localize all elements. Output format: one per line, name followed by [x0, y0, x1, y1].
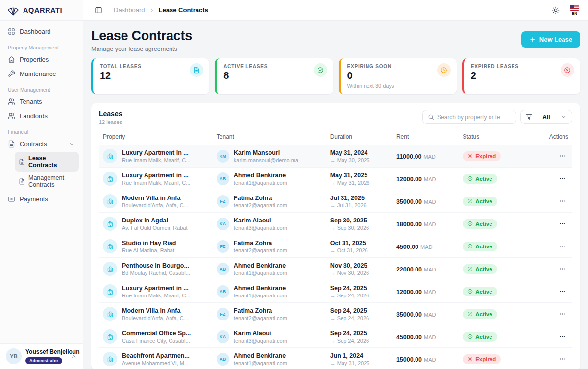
- us-flag-icon: [570, 5, 579, 11]
- check-circle-icon: [467, 244, 473, 249]
- status-label: Active: [475, 289, 492, 295]
- sidebar-subitem-label: Lease Contracts: [28, 155, 75, 169]
- ellipsis-icon: [559, 288, 566, 295]
- status-badge: Active: [463, 264, 497, 274]
- tenant-email: tenant3@aqarrati.com: [234, 225, 287, 231]
- column-header-status: Status: [459, 129, 535, 145]
- table-row[interactable]: Beachfront Apartmen...Avenue Mohammed VI…: [99, 348, 572, 369]
- table-row[interactable]: Duplex in AgdalAv. Fal Ould Oumeir, Raba…: [99, 213, 572, 235]
- property-text: Luxury Apartment in ...Rue Imam Malik, M…: [122, 172, 190, 186]
- lease-start-date: Jun 1, 2024: [330, 352, 389, 359]
- dashboard-icon: [8, 28, 15, 35]
- stat-card-expired-leases: EXPIRED LEASES2: [462, 58, 580, 94]
- tenant-avatar: AB: [217, 285, 229, 298]
- sidebar-item-payments[interactable]: Payments: [4, 192, 79, 206]
- building-icon-wrap: [103, 352, 117, 366]
- lease-start-date: May 31, 2024: [330, 149, 389, 156]
- row-actions-button[interactable]: [556, 173, 568, 184]
- property-name: Luxury Apartment in ...: [122, 285, 190, 292]
- leases-tools: All: [422, 110, 572, 124]
- stat-label: ACTIVE LEASES: [223, 64, 326, 69]
- row-actions-button[interactable]: [556, 151, 568, 162]
- leases-table: PropertyTenantDurationRentStatusActions …: [99, 129, 572, 369]
- page-content: Lease Contracts Manage your lease agreem…: [83, 21, 588, 369]
- status-badge: Active: [463, 174, 497, 184]
- table-row[interactable]: Luxury Apartment in ...Rue Imam Malik, M…: [99, 168, 572, 190]
- tenant-email: karim.mansouri@demo.ma: [234, 157, 298, 163]
- banknote-icon: [8, 196, 15, 203]
- row-actions-button[interactable]: [556, 354, 568, 365]
- language-switcher[interactable]: EN: [570, 5, 579, 16]
- tenant-text: Ahmed Benkiranetenant1@aqarrati.com: [234, 352, 287, 366]
- status-badge: Active: [463, 219, 497, 229]
- rent-currency: MAD: [424, 199, 436, 205]
- table-row[interactable]: Modern Villa in AnfaBoulevard d'Anfa, An…: [99, 190, 572, 213]
- property-name: Penthouse in Bourgo...: [122, 262, 190, 269]
- tenant-email: tenant1@aqarrati.com: [234, 180, 287, 186]
- status-filter-dropdown[interactable]: All: [520, 110, 572, 124]
- sidebar-item-landlords[interactable]: Landlords: [4, 109, 79, 123]
- search-input[interactable]: [437, 114, 511, 121]
- table-row[interactable]: Luxury Apartment in ...Rue Imam Malik, M…: [99, 145, 572, 168]
- building-icon: [107, 153, 114, 160]
- sidebar-item-tenants[interactable]: Tenants: [4, 95, 79, 109]
- filter-value: All: [542, 114, 550, 121]
- tenant-email: tenant2@aqarrati.com: [234, 247, 287, 253]
- sidebar-subitem-management-contracts[interactable]: Management Contracts: [15, 172, 79, 191]
- user-meta: Youssef Benjelloun Administrator: [25, 348, 67, 364]
- leases-title-block: Leases 12 leases: [99, 110, 122, 125]
- table-row[interactable]: Luxury Apartment in ...Rue Imam Malik, M…: [99, 280, 572, 303]
- tenant-avatar: AB: [217, 353, 229, 366]
- building-icon-wrap: [103, 149, 117, 163]
- breadcrumb-dashboard[interactable]: Dashboard: [114, 6, 145, 14]
- chevron-up-icon: [71, 353, 77, 360]
- row-actions-button[interactable]: [556, 331, 568, 342]
- sidebar-item-maintenance[interactable]: Maintenance: [4, 67, 79, 81]
- table-row[interactable]: Modern Villa in AnfaBoulevard d'Anfa, An…: [99, 303, 572, 325]
- row-actions-button[interactable]: [556, 264, 568, 274]
- sidebar-toggle-button[interactable]: [92, 4, 105, 17]
- property-cell: Duplex in AgdalAv. Fal Ould Oumeir, Raba…: [103, 217, 209, 231]
- user-role-badge: Administrator: [25, 357, 62, 364]
- property-address: Rue Imam Malik, Maarif, C...: [122, 157, 190, 163]
- property-text: Modern Villa in AnfaBoulevard d'Anfa, An…: [122, 195, 188, 208]
- sidebar-subitem-lease-contracts[interactable]: Lease Contracts: [15, 152, 79, 172]
- search-icon: [428, 114, 434, 120]
- building-icon-wrap: [103, 262, 117, 276]
- breadcrumb-current: Lease Contracts: [159, 6, 208, 14]
- new-lease-button[interactable]: New Lease: [521, 31, 580, 48]
- sidebar-item-properties[interactable]: Properties: [4, 52, 79, 67]
- breadcrumb: Dashboard Lease Contracts: [114, 6, 208, 14]
- property-cell: Luxury Apartment in ...Rue Imam Malik, M…: [103, 284, 209, 298]
- sidebar-item-label: Maintenance: [20, 70, 56, 77]
- lease-start-date: Sep 24, 2025: [330, 285, 389, 292]
- tenant-cell: KMKarim Mansourikarim.mansouri@demo.ma: [217, 149, 322, 163]
- table-row[interactable]: Commercial Office Sp...Casa Finance City…: [99, 325, 572, 348]
- property-text: Luxury Apartment in ...Rue Imam Malik, M…: [122, 285, 190, 298]
- status-label: Active: [475, 244, 492, 249]
- building-icon: [107, 266, 114, 272]
- file-icon: [8, 140, 15, 148]
- brand[interactable]: AQARRATI: [0, 0, 83, 21]
- row-actions-button[interactable]: [556, 196, 568, 207]
- property-name: Luxury Apartment in ...: [122, 149, 190, 156]
- tenant-cell: FZFatima Zohratenant2@aqarrati.com: [217, 195, 322, 208]
- tenant-email: tenant3@aqarrati.com: [234, 338, 287, 344]
- sidebar-item-dashboard[interactable]: Dashboard: [4, 25, 79, 39]
- lease-start-date: Oct 31, 2025: [330, 240, 389, 246]
- table-row[interactable]: Studio in Hay RiadRue Al Madina, RabatFZ…: [99, 235, 572, 258]
- row-actions-button[interactable]: [556, 241, 568, 252]
- building-icon: [107, 356, 114, 363]
- tenant-email: tenant1@aqarrati.com: [234, 360, 287, 366]
- row-actions-button[interactable]: [556, 309, 568, 320]
- user-menu[interactable]: YB Youssef Benjelloun Administrator: [0, 343, 83, 369]
- lease-start-date: Sep 24, 2025: [330, 330, 389, 337]
- row-actions-button[interactable]: [556, 286, 568, 297]
- table-row[interactable]: Penthouse in Bourgo...Bd Moulay Rachid, …: [99, 258, 572, 280]
- lease-end-date: → May 31, 2026: [330, 180, 389, 186]
- tenant-email: tenant1@aqarrati.com: [234, 293, 287, 298]
- theme-toggle-button[interactable]: [549, 4, 562, 17]
- sidebar-item-contracts[interactable]: Contracts: [4, 137, 79, 151]
- row-actions-button[interactable]: [556, 219, 568, 229]
- property-cell: Luxury Apartment in ...Rue Imam Malik, M…: [103, 172, 209, 186]
